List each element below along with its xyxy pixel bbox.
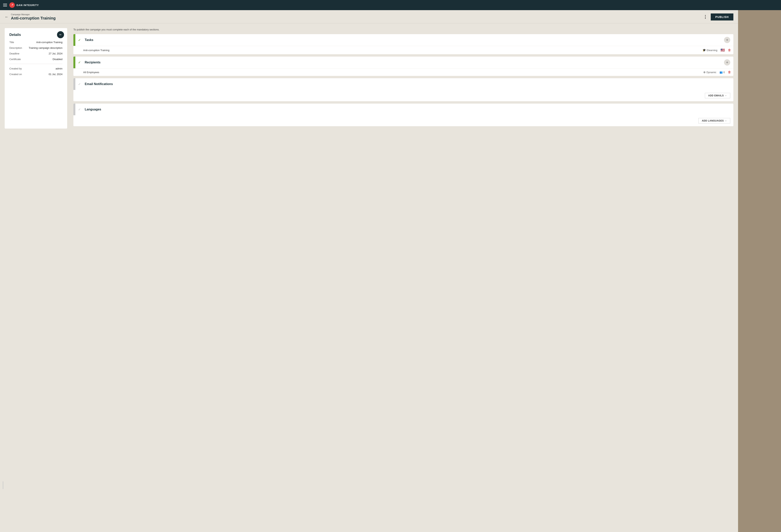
languages-section-title: Languages — [85, 108, 101, 111]
languages-check-icon: ✓ — [78, 108, 81, 112]
page-body: ✏ Details Title Anti-corruption Training… — [0, 24, 738, 133]
more-menu-icon: ⋮ — [703, 14, 707, 19]
recipients-section-card: ✓ Recipients + All Employe — [73, 56, 733, 76]
plus-icon-recipients: + — [726, 60, 728, 65]
recipient-row: All Employees ⊕ Dynamic 👥 0 🗑 — [73, 69, 733, 76]
recipients-section-header: ✓ Recipients + — [73, 56, 733, 68]
publish-hint: To publish the campaign you must complet… — [73, 28, 733, 31]
email-notifications-section-title: Email Notifications — [85, 82, 113, 86]
back-arrow-icon: ← — [5, 15, 9, 19]
email-notifications-section-card: ✓ Email Notifications ADD EMAILS → — [73, 78, 733, 101]
recipients-check-icon: ✓ — [78, 61, 81, 64]
right-sidebar — [738, 10, 781, 532]
user-count-value: 0 — [724, 71, 725, 74]
detail-row-title: Title Anti-corruption Training — [9, 41, 63, 44]
hamburger-menu-button[interactable] — [3, 4, 7, 6]
task-row: Anti-corruption Training 🎓 Elearning 🇺🇸 … — [73, 46, 733, 54]
divider — [9, 64, 63, 64]
page-title: Anti-corruption Training — [11, 16, 56, 20]
users-icon: 👥 — [720, 71, 723, 74]
languages-section-card: ✓ Languages ADD LANGUAGES → — [73, 103, 733, 126]
languages-section-body: ADD LANGUAGES → — [73, 115, 733, 126]
detail-row-created-on: Created on 01 Jul, 2024 — [9, 73, 63, 76]
languages-title-area: Languages — [83, 103, 733, 115]
recipients-check: ✓ — [75, 56, 83, 68]
recipients-section-body: All Employees ⊕ Dynamic 👥 0 🗑 — [73, 68, 733, 76]
detail-value-title: Anti-corruption Training — [36, 41, 63, 44]
scroll-indicator — [3, 481, 3, 489]
tasks-check: ✓ — [75, 34, 83, 46]
recipients-title-area: Recipients — [83, 56, 721, 68]
publish-button[interactable]: PUBLISH — [711, 13, 733, 20]
task-type-tag: 🎓 Elearning — [702, 49, 717, 52]
elearning-icon: 🎓 — [702, 49, 706, 52]
details-panel: ✏ Details Title Anti-corruption Training… — [5, 28, 67, 129]
breadcrumb-block: Campaign Manager Anti-corruption Trainin… — [11, 13, 56, 20]
logo-icon — [9, 2, 15, 8]
detail-label-certificate: Certificate — [9, 58, 21, 61]
logo-text: GAN INTEGRITY — [16, 4, 39, 7]
svg-point-1 — [12, 5, 12, 5]
detail-value-description: Training campaign description — [29, 46, 63, 49]
recipients-status-bar — [73, 56, 75, 68]
recipient-name: All Employees — [83, 71, 700, 74]
delete-icon-recipient: 🗑 — [728, 71, 731, 74]
plus-icon: + — [726, 38, 728, 42]
detail-row-deadline: Deadline 27 Jul, 2024 — [9, 52, 63, 55]
languages-check: ✓ — [75, 103, 83, 115]
sections-panel: To publish the campaign you must complet… — [73, 28, 733, 129]
detail-row-created-by: Created by admin — [9, 67, 63, 70]
detail-label-title: Title — [9, 41, 14, 44]
email-section-body: ADD EMAILS → — [73, 90, 733, 101]
header-right: ⋮ PUBLISH — [702, 13, 733, 20]
languages-status-bar — [73, 103, 75, 115]
recipient-delete-button[interactable]: 🗑 — [728, 71, 731, 74]
email-status-bar — [73, 78, 75, 90]
user-count: 👥 0 — [720, 71, 725, 74]
tasks-section-title: Tasks — [85, 38, 93, 42]
logo-area: GAN INTEGRITY — [9, 2, 39, 8]
edit-details-button[interactable]: ✏ — [57, 31, 64, 38]
details-section-title: Details — [9, 33, 63, 37]
pencil-icon: ✏ — [59, 33, 62, 36]
email-title-area: Email Notifications — [83, 78, 733, 90]
recipient-type-tag: ⊕ Dynamic — [703, 71, 716, 74]
detail-label-created-by: Created by — [9, 67, 22, 70]
tasks-title-area: Tasks — [83, 34, 721, 46]
detail-label-description: Description — [9, 46, 22, 49]
detail-label-created-on: Created on — [9, 73, 22, 76]
detail-label-deadline: Deadline — [9, 52, 19, 55]
detail-row-certificate: Certificate Disabled — [9, 58, 63, 61]
page-header: ← Campaign Manager Anti-corruption Train… — [0, 10, 738, 24]
header-left: ← Campaign Manager Anti-corruption Train… — [5, 13, 56, 20]
recipient-tag-label: Dynamic — [706, 71, 716, 74]
email-section-header: ✓ Email Notifications — [73, 78, 733, 90]
back-button[interactable]: ← — [5, 15, 9, 19]
detail-value-created-on: 01 Jul, 2024 — [49, 73, 63, 76]
tasks-add-circle-button[interactable]: + — [724, 37, 730, 43]
add-languages-button[interactable]: ADD LANGUAGES → — [698, 118, 730, 124]
email-check-icon: ✓ — [78, 82, 81, 86]
detail-value-deadline: 27 Jul, 2024 — [49, 52, 63, 55]
main-wrapper: ← Campaign Manager Anti-corruption Train… — [0, 10, 781, 532]
dynamic-icon: ⊕ — [703, 71, 706, 74]
detail-value-created-by: admin — [56, 67, 63, 70]
tasks-section-body: Anti-corruption Training 🎓 Elearning 🇺🇸 … — [73, 46, 733, 54]
recipients-add-button[interactable]: + — [721, 56, 733, 68]
tasks-section-header: ✓ Tasks + — [73, 34, 733, 46]
task-delete-button[interactable]: 🗑 — [728, 48, 731, 52]
email-check: ✓ — [75, 78, 83, 90]
task-name: Anti-corruption Training — [83, 49, 699, 52]
tasks-add-button[interactable]: + — [721, 34, 733, 46]
delete-icon: 🗑 — [728, 48, 731, 52]
recipients-add-circle-button[interactable]: + — [724, 59, 730, 65]
more-menu-button[interactable]: ⋮ — [702, 14, 708, 20]
tasks-check-icon: ✓ — [78, 38, 81, 42]
task-tag-label: Elearning — [707, 49, 717, 52]
page-container: ← Campaign Manager Anti-corruption Train… — [0, 10, 738, 532]
recipients-section-title: Recipients — [85, 61, 100, 64]
detail-row-description: Description Training campaign descriptio… — [9, 46, 63, 49]
add-emails-button[interactable]: ADD EMAILS → — [705, 93, 730, 98]
tasks-section-card: ✓ Tasks + Anti-corruption — [73, 34, 733, 54]
task-language-flag: 🇺🇸 — [721, 48, 725, 52]
